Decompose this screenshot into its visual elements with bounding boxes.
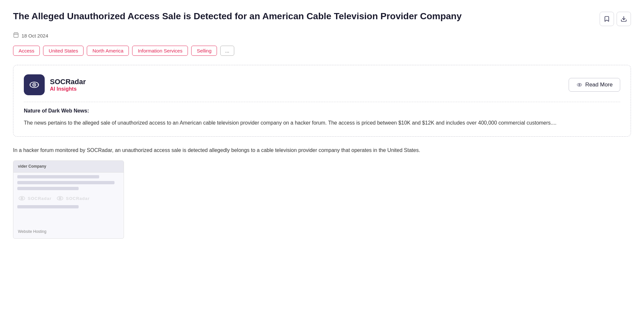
calendar-icon — [13, 32, 19, 39]
ai-brand-name: SOCRadar — [50, 78, 86, 86]
ai-brand-sub: AI Insights — [50, 86, 86, 92]
article-date: 18 Oct 2024 — [22, 33, 48, 38]
screenshot-preview: vider Company SOCRadar — [13, 160, 124, 239]
screenshot-label: Website Hosting — [18, 229, 46, 234]
read-more-icon — [576, 82, 583, 88]
header-actions — [600, 12, 631, 26]
screenshot-bar: vider Company — [13, 161, 124, 173]
article-title: The Alleged Unauthorized Access Sale is … — [13, 10, 600, 22]
tag-access[interactable]: Access — [13, 46, 40, 56]
screenshot-line-4 — [17, 205, 79, 208]
download-button[interactable] — [617, 12, 631, 26]
tag-selling[interactable]: Selling — [191, 46, 217, 56]
screenshot-title-bar-text: vider Company — [13, 161, 124, 172]
watermark-1: SOCRadar — [17, 195, 52, 201]
watermark-2: SOCRadar — [55, 195, 90, 201]
socradar-logo-icon — [28, 79, 40, 91]
svg-point-18 — [60, 198, 61, 199]
article-body: In a hacker forum monitored by SOCRadar,… — [13, 146, 631, 155]
screenshot-line-1 — [17, 175, 99, 178]
download-icon — [621, 16, 627, 22]
tag-united-states[interactable]: United States — [43, 46, 84, 56]
ai-insights-header: SOCRadar AI Insights Read More — [24, 74, 620, 95]
read-more-label: Read More — [585, 82, 613, 88]
ai-brand: SOCRadar AI Insights — [24, 74, 86, 95]
screenshot-line-2 — [17, 181, 115, 184]
svg-point-12 — [579, 84, 580, 85]
read-more-button[interactable]: Read More — [569, 78, 620, 92]
tag-north-america[interactable]: North America — [87, 46, 129, 56]
screenshot-watermarks-row: SOCRadar SOCRadar — [17, 195, 120, 201]
date-row: 18 Oct 2024 — [13, 32, 631, 39]
nature-text: The news pertains to the alleged sale of… — [24, 118, 620, 127]
tag-information-services[interactable]: Information Services — [132, 46, 188, 56]
bookmark-button[interactable] — [600, 12, 614, 26]
page-container: The Alleged Unauthorized Access Sale is … — [0, 0, 644, 332]
ai-insights-card: SOCRadar AI Insights Read More Nature of… — [13, 65, 631, 137]
socradar-logo-box — [24, 74, 45, 95]
svg-point-15 — [22, 198, 23, 199]
tags-row: Access United States North America Infor… — [13, 46, 631, 56]
screenshot-line-3 — [17, 187, 79, 190]
header-row: The Alleged Unauthorized Access Sale is … — [13, 10, 631, 26]
svg-rect-1 — [14, 33, 18, 38]
tag-more-button[interactable]: ... — [220, 46, 234, 56]
screenshot-inner: SOCRadar SOCRadar — [13, 173, 124, 214]
divider — [24, 102, 620, 102]
ai-brand-text: SOCRadar AI Insights — [50, 78, 86, 92]
nature-label: Nature of Dark Web News: — [24, 108, 620, 114]
svg-point-7 — [34, 84, 35, 85]
bookmark-icon — [604, 16, 610, 22]
